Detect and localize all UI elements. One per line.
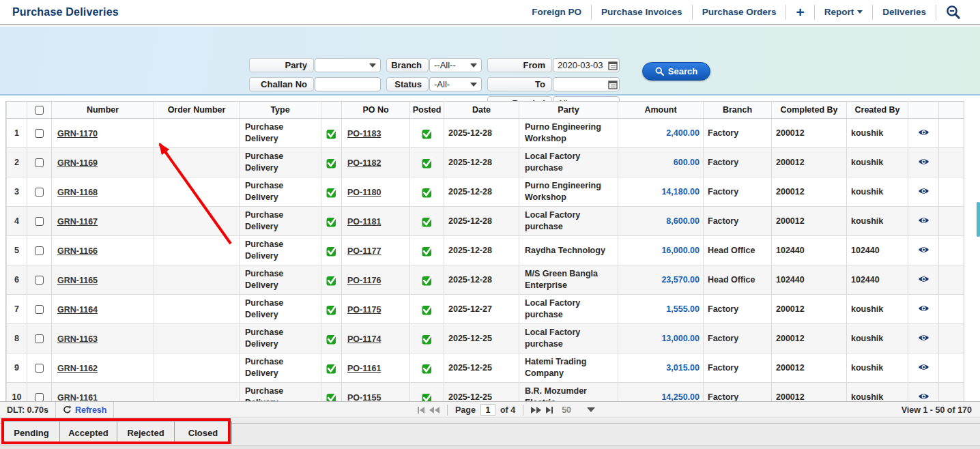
row-checkbox[interactable] (35, 334, 44, 343)
po-link[interactable]: PO-1175 (347, 305, 381, 315)
extra-cell (939, 177, 965, 207)
nav-foreign-po[interactable]: Foreign PO (522, 7, 591, 17)
grn-link[interactable]: GRN-1166 (57, 246, 98, 256)
view-eye-icon[interactable] (918, 187, 929, 195)
po-no-cell: PO-1175 (342, 295, 410, 324)
po-link[interactable]: PO-1182 (347, 158, 381, 168)
po-link[interactable]: PO-1155 (347, 393, 381, 401)
table-row: 4GRN-1167Purchase DeliveryPO-11812025-12… (7, 207, 965, 236)
amount-cell: 8,600.00 (618, 207, 704, 236)
view-eye-icon[interactable] (918, 392, 929, 401)
po-link[interactable]: PO-1183 (347, 129, 381, 139)
posted-check-icon (422, 158, 433, 169)
tab-pending[interactable]: Pending (3, 422, 60, 444)
report-menu[interactable]: Report (815, 7, 873, 17)
nav-purchase-invoices[interactable]: Purchase Invoices (592, 7, 692, 17)
po-no-cell: PO-1174 (342, 324, 410, 353)
first-page-button[interactable] (418, 407, 424, 414)
branch-cell: Head Office (704, 265, 772, 295)
row-checkbox[interactable] (35, 217, 44, 226)
add-button[interactable]: + (786, 5, 813, 19)
challan-no-input[interactable] (319, 79, 376, 89)
row-checkbox[interactable] (35, 393, 44, 401)
nav-purchase-orders[interactable]: Purchase Orders (693, 7, 786, 17)
row-select-cell (27, 324, 52, 353)
pager-bar: DLT: 0.70s Refresh Page 1 of 4 50 View 1… (0, 401, 980, 418)
grn-link[interactable]: GRN-1169 (57, 158, 98, 168)
view-cell (908, 236, 939, 265)
status-select[interactable]: -All- (429, 77, 482, 91)
po-link[interactable]: PO-1180 (347, 188, 381, 197)
grn-link[interactable]: GRN-1168 (57, 188, 98, 197)
page-number-input[interactable]: 1 (480, 404, 495, 416)
grn-link[interactable]: GRN-1163 (57, 334, 98, 344)
page-size-chevron-icon[interactable] (587, 407, 595, 412)
view-eye-icon[interactable] (918, 158, 929, 166)
view-eye-icon[interactable] (918, 363, 929, 371)
row-checkbox[interactable] (35, 188, 44, 197)
search-button[interactable]: Search (642, 62, 710, 81)
last-page-button[interactable] (546, 407, 553, 414)
view-eye-icon[interactable] (918, 304, 929, 313)
tab-accepted[interactable]: Accepted (60, 422, 117, 444)
order-number-cell (154, 236, 240, 265)
po-link[interactable]: PO-1177 (347, 246, 381, 256)
order-number-cell (154, 265, 240, 295)
view-eye-icon[interactable] (918, 275, 929, 283)
number-cell: GRN-1168 (52, 177, 154, 207)
view-eye-icon[interactable] (918, 334, 929, 342)
row-checkbox[interactable] (35, 305, 44, 314)
view-eye-icon[interactable] (918, 216, 929, 224)
from-date-input[interactable] (558, 60, 608, 70)
party-cell: Local Factory purchase (519, 207, 618, 236)
col-created-by: Created By (847, 102, 908, 119)
type-cell: Purchase Delivery (240, 236, 321, 265)
party-select[interactable] (315, 58, 381, 72)
row-checkbox[interactable] (35, 129, 44, 138)
amount-cell: 600.00 (618, 148, 704, 177)
row-checkbox[interactable] (35, 246, 44, 255)
view-cell (908, 295, 939, 324)
to-date-field[interactable] (553, 77, 620, 91)
branch-select[interactable]: --All-- (429, 58, 482, 72)
grn-link[interactable]: GRN-1164 (57, 305, 98, 315)
po-link[interactable]: PO-1174 (347, 334, 381, 344)
tab-rejected[interactable]: Rejected (117, 422, 175, 444)
prev-page-button[interactable] (429, 407, 439, 414)
row-checkbox[interactable] (35, 276, 44, 285)
po-link[interactable]: PO-1176 (347, 276, 381, 285)
calendar-icon[interactable] (608, 80, 618, 89)
amount-cell: 1,555.00 (618, 295, 704, 324)
grn-link[interactable]: GRN-1165 (57, 276, 98, 285)
posted-check-icon (422, 275, 433, 286)
page-size-value[interactable]: 50 (562, 405, 571, 415)
amount-cell: 14,180.00 (618, 177, 704, 207)
po-link[interactable]: PO-1181 (347, 217, 381, 227)
view-eye-icon[interactable] (918, 246, 929, 254)
calendar-icon[interactable] (608, 61, 618, 70)
nav-deliveries[interactable]: Deliveries (873, 7, 936, 17)
zoom-toggle-button[interactable] (936, 5, 970, 20)
grn-link[interactable]: GRN-1162 (57, 364, 98, 373)
extra-cell (939, 207, 965, 236)
scrollbar-thumb[interactable] (977, 202, 980, 237)
received-check-icon (326, 158, 337, 169)
grn-link[interactable]: GRN-1167 (57, 217, 98, 227)
number-cell: GRN-1169 (52, 148, 154, 177)
tab-closed[interactable]: Closed (175, 422, 232, 444)
select-all-checkbox[interactable] (35, 106, 44, 115)
posted-cell (410, 383, 444, 402)
view-eye-icon[interactable] (918, 128, 929, 136)
row-checkbox[interactable] (35, 158, 44, 167)
type-cell: Purchase Delivery (240, 353, 321, 383)
row-checkbox[interactable] (35, 364, 44, 373)
from-date-field[interactable] (553, 58, 620, 72)
next-page-button[interactable] (531, 407, 541, 414)
pager-controls: Page 1 of 4 50 (418, 402, 595, 418)
top-nav: Foreign PO Purchase Invoices Purchase Or… (522, 0, 980, 24)
to-date-input[interactable] (558, 79, 608, 89)
grn-link[interactable]: GRN-1170 (57, 129, 98, 139)
po-link[interactable]: PO-1161 (347, 364, 381, 373)
refresh-button[interactable]: Refresh (56, 402, 115, 418)
grn-link[interactable]: GRN-1161 (57, 393, 98, 401)
